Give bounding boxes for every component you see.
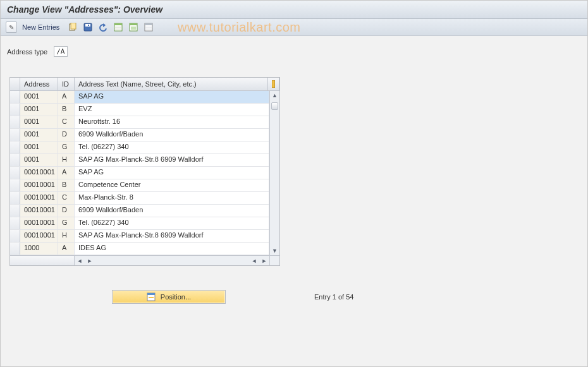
table-row[interactable]: 00010001ASAP AG [10, 167, 269, 179]
row-selector[interactable] [10, 217, 20, 229]
row-selector[interactable] [10, 141, 20, 153]
cell-address[interactable]: 00010001 [20, 167, 58, 179]
copy-as-icon[interactable] [67, 21, 78, 33]
row-selector[interactable] [10, 129, 20, 141]
address-type-value[interactable]: /A [54, 46, 68, 57]
col-header-text[interactable]: Address Text (Name, Street, City, etc.) [75, 78, 268, 90]
cell-id[interactable]: G [58, 217, 75, 229]
row-selector[interactable] [10, 192, 20, 204]
table-row[interactable]: 00010001BCompetence Center [10, 179, 269, 192]
cell-address-text[interactable]: 6909 Walldorf/Baden [75, 129, 269, 141]
scroll-right-icon[interactable]: ► [260, 258, 268, 264]
cell-address-text[interactable]: Tel. (06227) 340 [75, 141, 269, 153]
cell-address-text[interactable]: Max-Planck-Str. 8 [75, 192, 269, 204]
cell-address-text[interactable]: SAP AG [75, 91, 269, 103]
cell-id[interactable]: D [58, 129, 75, 141]
svg-rect-1 [71, 23, 76, 29]
deselect-all-icon[interactable] [143, 21, 154, 33]
col-header-id[interactable]: ID [58, 78, 75, 90]
cell-address[interactable]: 00010001 [20, 192, 58, 204]
cell-id[interactable]: H [58, 154, 75, 166]
cell-address[interactable]: 00010001 [20, 205, 58, 217]
table-row[interactable]: 0001HSAP AG Max-Planck-Str.8 6909 Walldo… [10, 154, 269, 167]
select-block-icon[interactable] [128, 21, 139, 33]
row-selector[interactable] [10, 179, 20, 191]
table-row[interactable]: 00010001HSAP AG Max-Planck-Str.8 6909 Wa… [10, 230, 269, 243]
table-row[interactable]: 0001ASAP AG [10, 91, 269, 104]
cell-address[interactable]: 0001 [20, 116, 58, 128]
cell-id[interactable]: H [58, 230, 75, 242]
table-row[interactable]: 00010001CMax-Planck-Str. 8 [10, 192, 269, 205]
vertical-scrollbar[interactable]: ▲ ▼ [269, 91, 279, 255]
sap-window: Change View "Addresses": Overview New En… [0, 0, 588, 367]
row-selector[interactable] [10, 243, 20, 255]
cell-address-text[interactable]: 6909 Walldorf/Baden [75, 205, 269, 217]
cell-id[interactable]: A [58, 167, 75, 179]
cell-address-text[interactable]: SAP AG [75, 167, 269, 179]
watermark-text: www.tutorialkart.com [178, 20, 301, 35]
delete-icon[interactable] [82, 21, 94, 33]
entry-counter: Entry 1 of 54 [314, 293, 353, 301]
cell-address-text[interactable]: IDES AG [75, 243, 269, 255]
row-selector-header[interactable] [10, 78, 20, 90]
cell-address[interactable]: 0001 [20, 154, 58, 166]
scroll-down-icon[interactable]: ▼ [270, 246, 279, 255]
footer: Position... Entry 1 of 54 [1, 290, 587, 304]
cell-address-text[interactable]: Competence Center [75, 179, 269, 191]
cell-id[interactable]: A [58, 243, 75, 255]
toggle-edit-icon[interactable] [6, 21, 17, 33]
new-entries-button[interactable]: New Entries [21, 23, 63, 31]
cell-id[interactable]: G [58, 141, 75, 153]
cell-address[interactable]: 0001 [20, 91, 58, 103]
svg-rect-20 [147, 293, 155, 295]
row-selector[interactable] [10, 205, 20, 217]
cell-address[interactable]: 00010001 [20, 217, 58, 229]
scroll-track[interactable] [270, 100, 279, 246]
cell-address[interactable]: 00010001 [20, 230, 58, 242]
table-row[interactable]: 00010001GTel. (06227) 340 [10, 217, 269, 230]
cell-address-text[interactable]: Tel. (06227) 340 [75, 217, 269, 229]
table-body: 0001ASAP AG0001BEVZ0001CNeurottstr. 1600… [10, 91, 269, 255]
row-selector[interactable] [10, 167, 20, 179]
scroll-left-icon[interactable]: ◄ [76, 258, 83, 264]
table-row[interactable]: 0001CNeurottstr. 16 [10, 116, 269, 129]
row-selector[interactable] [10, 230, 20, 242]
cell-id[interactable]: D [58, 205, 75, 217]
cell-address[interactable]: 0001 [20, 141, 58, 153]
table-row[interactable]: 0001BEVZ [10, 104, 269, 116]
scroll-left-far-icon[interactable]: ◄ [250, 258, 258, 264]
configure-columns-icon[interactable] [268, 78, 279, 90]
undo-change-icon[interactable] [97, 21, 109, 33]
scroll-thumb[interactable] [271, 102, 278, 110]
scroll-up-icon[interactable]: ▲ [270, 91, 279, 100]
cell-id[interactable]: B [58, 179, 75, 191]
cell-address[interactable]: 00010001 [20, 179, 58, 191]
cell-id[interactable]: C [58, 192, 75, 204]
row-selector[interactable] [10, 116, 20, 128]
horizontal-scrollbar[interactable]: ◄ ► ◄ ► [10, 255, 279, 265]
row-selector[interactable] [10, 104, 20, 116]
row-selector[interactable] [10, 91, 20, 103]
position-button[interactable]: Position... [112, 290, 226, 304]
svg-rect-4 [88, 25, 89, 26]
cell-address-text[interactable]: SAP AG Max-Planck-Str.8 6909 Walldorf [75, 154, 269, 166]
svg-rect-13 [145, 23, 152, 25]
cell-id[interactable]: A [58, 91, 75, 103]
table-row[interactable]: 1000AIDES AG [10, 243, 269, 255]
cell-address-text[interactable]: EVZ [75, 104, 269, 116]
table-row[interactable]: 0001GTel. (06227) 340 [10, 141, 269, 154]
table-row[interactable]: 0001D6909 Walldorf/Baden [10, 129, 269, 141]
svg-rect-10 [130, 23, 137, 25]
cell-address[interactable]: 1000 [20, 243, 58, 255]
cell-address[interactable]: 0001 [20, 104, 58, 116]
table-row[interactable]: 00010001D6909 Walldorf/Baden [10, 205, 269, 217]
cell-id[interactable]: B [58, 104, 75, 116]
select-all-icon[interactable] [113, 21, 124, 33]
row-selector[interactable] [10, 154, 20, 166]
cell-id[interactable]: C [58, 116, 75, 128]
cell-address[interactable]: 0001 [20, 129, 58, 141]
scroll-right-near-icon[interactable]: ► [86, 258, 94, 264]
col-header-address[interactable]: Address [20, 78, 58, 90]
cell-address-text[interactable]: Neurottstr. 16 [75, 116, 269, 128]
cell-address-text[interactable]: SAP AG Max-Planck-Str.8 6909 Walldorf [75, 230, 269, 242]
